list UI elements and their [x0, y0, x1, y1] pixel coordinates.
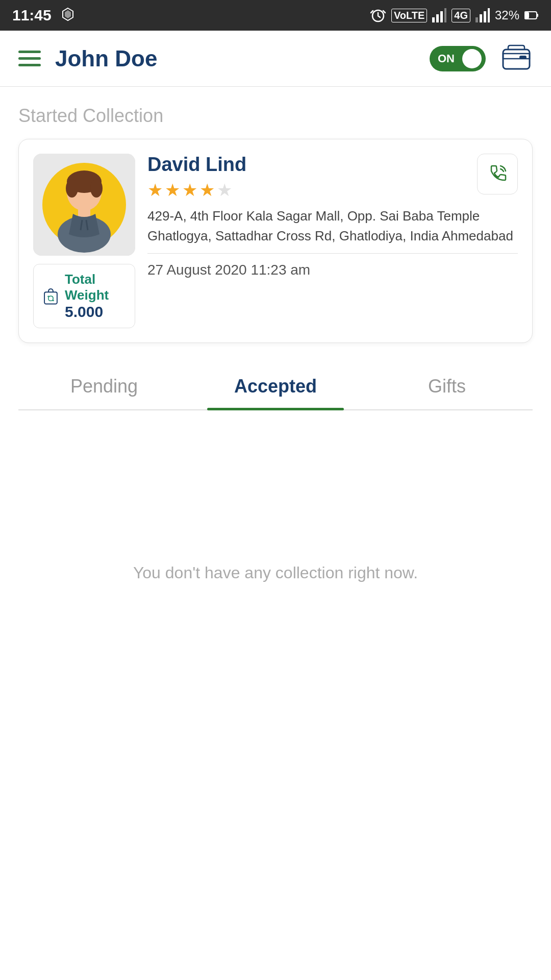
toggle-label: ON: [438, 52, 455, 65]
star-3: ★: [182, 180, 197, 200]
wallet-icon: [500, 42, 533, 75]
toggle-circle: [462, 49, 482, 68]
svg-rect-6: [480, 14, 482, 22]
avatar-section: Total Weight 5.000: [33, 154, 135, 328]
status-right: VoLTE 4G 32%: [370, 7, 539, 23]
card-info: David Lind ★ ★ ★ ★ ★: [147, 154, 518, 278]
weight-label: Total Weight: [65, 272, 126, 303]
phone-call-button[interactable]: [477, 154, 518, 194]
tab-bar: Pending Accepted Gifts: [18, 363, 533, 410]
tab-pending-label: Pending: [70, 376, 138, 397]
status-toggle[interactable]: ON: [430, 46, 486, 71]
customer-address: 429-A, 4th Floor Kala Sagar Mall, Opp. S…: [147, 206, 518, 254]
tab-accepted-label: Accepted: [234, 376, 317, 397]
svg-rect-10: [525, 12, 529, 18]
svg-rect-11: [537, 14, 538, 17]
tab-gifts-label: Gifts: [428, 376, 466, 397]
card-top: Total Weight 5.000 David Lind ★ ★ ★ ★ ★: [33, 154, 518, 328]
svg-rect-3: [440, 11, 443, 22]
star-2: ★: [165, 180, 180, 200]
volte-indicator: VoLTE: [391, 9, 427, 22]
svg-rect-1: [432, 17, 435, 22]
header-right: ON: [430, 42, 533, 75]
star-1: ★: [147, 180, 163, 200]
tab-accepted[interactable]: Accepted: [190, 363, 361, 409]
person-avatar-svg: [33, 154, 135, 256]
battery-icon: [524, 11, 539, 20]
signal2-icon: [475, 8, 490, 22]
app-notification-icon: [59, 6, 77, 24]
svg-point-19: [66, 179, 78, 198]
tab-gifts[interactable]: Gifts: [361, 363, 533, 409]
avatar: [33, 154, 135, 256]
svg-rect-7: [484, 11, 486, 22]
star-5: ★: [217, 180, 232, 200]
weight-icon: [43, 285, 59, 307]
status-bar: 11:45 VoLTE 4G: [0, 0, 551, 31]
hamburger-menu-button[interactable]: [18, 51, 41, 66]
network-type: 4G: [452, 9, 470, 22]
header: John Doe ON: [0, 31, 551, 87]
main-content: Started Collection: [0, 87, 551, 582]
star-rating: ★ ★ ★ ★ ★: [147, 180, 518, 200]
svg-rect-2: [436, 14, 439, 22]
phone-icon: [486, 163, 509, 185]
svg-rect-4: [444, 8, 446, 22]
svg-rect-22: [78, 208, 90, 218]
signal-icon: [432, 8, 446, 22]
wallet-button[interactable]: [500, 42, 533, 75]
weight-box: Total Weight 5.000: [33, 264, 135, 328]
svg-point-20: [90, 179, 103, 198]
customer-name: David Lind: [147, 154, 518, 176]
tab-pending[interactable]: Pending: [18, 363, 190, 409]
status-time: 11:45: [12, 7, 52, 24]
svg-rect-14: [519, 56, 527, 59]
status-left: 11:45: [12, 6, 77, 24]
collection-datetime: 27 August 2020 11:23 am: [147, 258, 518, 278]
battery-level: 32%: [495, 8, 519, 22]
empty-state-message: You don't have any collection right now.: [18, 564, 533, 582]
empty-state-text: You don't have any collection right now.: [133, 564, 418, 582]
weight-info: Total Weight 5.000: [65, 272, 126, 321]
alarm-icon: [370, 7, 386, 23]
svg-rect-5: [475, 17, 478, 22]
header-left: John Doe: [18, 46, 157, 71]
section-title: Started Collection: [18, 105, 533, 127]
weight-value: 5.000: [65, 303, 126, 321]
svg-rect-8: [488, 8, 490, 22]
collection-card: Total Weight 5.000 David Lind ★ ★ ★ ★ ★: [18, 139, 533, 343]
svg-rect-25: [44, 292, 57, 304]
star-4: ★: [199, 180, 215, 200]
page-title: John Doe: [55, 46, 157, 71]
